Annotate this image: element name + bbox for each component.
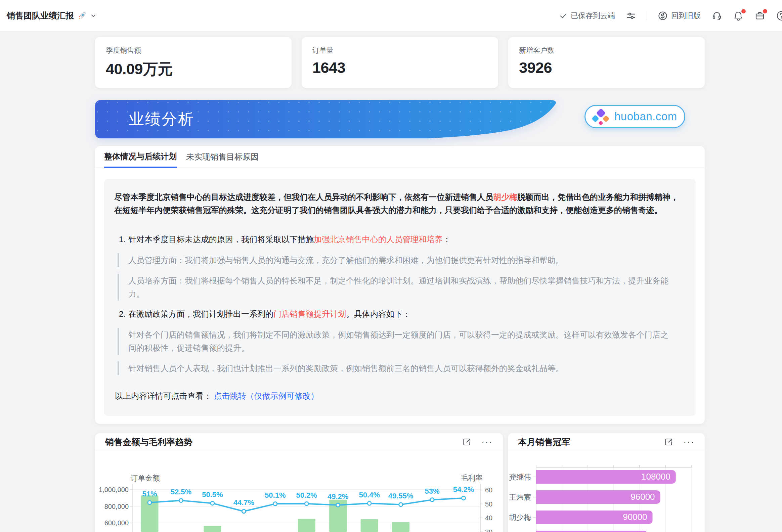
right-axis-tick-label: 60 bbox=[485, 486, 492, 494]
left-axis-tick-label: 800,000 bbox=[104, 503, 129, 510]
topbar-divider bbox=[647, 11, 647, 21]
chevron-down-icon bbox=[90, 12, 97, 19]
topbar: 销售团队业绩汇报 已保存到云端 bbox=[0, 0, 782, 32]
line-marker-9 bbox=[399, 503, 403, 506]
line-marker-6 bbox=[305, 502, 308, 505]
banner-title: 业绩分析 bbox=[129, 100, 194, 138]
report-item-1: 1.针对本季度目标未达成的原因，我们将采取以下措施加强北京销售中心的人员管理和培… bbox=[119, 233, 685, 246]
stat-label: 新增客户数 bbox=[519, 46, 694, 55]
right-axis-tick-label: 40 bbox=[485, 514, 492, 522]
huoban-logo-badge[interactable]: huoban.com bbox=[584, 105, 685, 128]
footer-label: 以上内容详情可点击查看： bbox=[115, 391, 212, 400]
rank-bar-4 bbox=[536, 531, 647, 532]
trend-chart-title: 销售金额与毛利率趋势 bbox=[105, 436, 192, 448]
huoban-logo-text: huoban.com bbox=[614, 110, 677, 123]
right-axis-tick-label: 30 bbox=[485, 528, 492, 532]
stat-label: 订单量 bbox=[312, 46, 488, 55]
stat-label: 季度销售额 bbox=[106, 46, 281, 55]
document-title-dropdown[interactable]: 销售团队业绩汇报 bbox=[7, 0, 97, 31]
more-options-icon[interactable]: ··· bbox=[683, 439, 695, 445]
point-label-10: 53% bbox=[425, 487, 440, 495]
check-icon bbox=[559, 12, 567, 20]
quote-block: 人员培养方面：我们将根据每个销售人员的特长和不足，制定个性化的培训计划。通过培训… bbox=[117, 274, 685, 300]
quote-block: 人员管理方面：我们将加强与销售人员的沟通与交流，充分了解他们的需求和困难，为他们… bbox=[117, 253, 685, 267]
quote-block: 针对各个门店的销售额情况，我们将制定不同的激励政策，例如销售额达到一定额度的门店… bbox=[117, 328, 685, 355]
report-footer: 以上内容详情可点击查看： 点击跳转（仅做示例可修改） bbox=[115, 389, 685, 402]
jump-link[interactable]: 点击跳转（仅做示例可修改） bbox=[214, 391, 319, 400]
tab-overall-plan[interactable]: 整体情况与后续计划 bbox=[104, 146, 177, 168]
point-label-8: 50.4% bbox=[359, 491, 380, 499]
ranking-chart-card: 本月销售冠军 ··· 龚继伟108000王炜宸96000胡少梅90000 bbox=[508, 433, 705, 532]
trend-chart-card: 销售金额与毛利率趋势 ··· 订单金额毛利率1,000,000800,00060… bbox=[95, 433, 503, 532]
point-label-5: 50.1% bbox=[265, 491, 286, 499]
support-headset-icon[interactable] bbox=[711, 10, 722, 21]
export-icon[interactable] bbox=[664, 437, 674, 447]
point-label-3: 50.5% bbox=[202, 490, 223, 499]
point-label-1: 51% bbox=[142, 490, 157, 498]
report-card: 整体情况与后续计划 未实现销售目标原因 尽管本季度北京销售中心的目标达成进度较差… bbox=[95, 146, 705, 424]
point-label-9: 49.55% bbox=[388, 492, 414, 500]
bar-3 bbox=[204, 526, 221, 532]
left-axis-title: 订单金额 bbox=[130, 474, 160, 482]
line-marker-2 bbox=[179, 499, 183, 502]
rocket-emoji-icon bbox=[77, 11, 87, 21]
stat-value: 3926 bbox=[519, 59, 694, 77]
history-restore-icon bbox=[658, 11, 668, 21]
quote-block: 针对销售人员个人表现，我们也计划推出一系列的奖励政策，例如销售额前三名的销售人员… bbox=[117, 361, 685, 375]
line-marker-4 bbox=[242, 509, 246, 513]
report-tabs: 整体情况与后续计划 未实现销售目标原因 bbox=[95, 146, 705, 168]
report-intro-paragraph: 尽管本季度北京销售中心的目标达成进度较差，但我们在人员异动的不利影响下，依然有一… bbox=[114, 190, 685, 217]
highlighted-text: 加强北京销售中心的人员管理和培养 bbox=[314, 235, 443, 244]
notifications-bell-icon[interactable] bbox=[733, 10, 744, 21]
help-question-icon[interactable] bbox=[776, 10, 782, 22]
line-marker-5 bbox=[274, 502, 277, 506]
more-options-icon[interactable]: ··· bbox=[482, 439, 493, 445]
export-icon[interactable] bbox=[462, 437, 472, 447]
highlighted-text: 门店销售额提升计划 bbox=[274, 309, 346, 318]
ranking-chart-title: 本月销售冠军 bbox=[518, 436, 570, 448]
stat-card-quarter-sales: 季度销售额 40.09万元 bbox=[95, 37, 292, 88]
ranking-chart-header: 本月销售冠军 ··· bbox=[508, 433, 705, 451]
stat-cards-row: 季度销售额 40.09万元 订单量 1643 新增客户数 3926 bbox=[95, 37, 705, 88]
trend-chart-header: 销售金额与毛利率趋势 ··· bbox=[95, 433, 503, 451]
line-marker-8 bbox=[367, 501, 371, 505]
stat-card-new-customers: 新增客户数 3926 bbox=[508, 37, 705, 88]
topbar-actions: 已保存到云端 回到旧版 bbox=[559, 0, 782, 31]
line-marker-7 bbox=[336, 503, 340, 507]
notification-badge bbox=[741, 9, 746, 13]
point-label-4: 44.7% bbox=[234, 498, 254, 507]
bar-8 bbox=[361, 519, 378, 532]
tab-unmet-target-reasons[interactable]: 未实现销售目标原因 bbox=[186, 146, 259, 168]
report-item-list: 1.针对本季度目标未达成的原因，我们将采取以下措施加强北京销售中心的人员管理和培… bbox=[114, 233, 685, 375]
workbench-briefcase-icon[interactable] bbox=[754, 10, 765, 21]
huoban-logo-icon bbox=[590, 107, 612, 126]
line-marker-11 bbox=[462, 496, 466, 500]
point-label-7: 49.2% bbox=[327, 492, 348, 501]
report-content: 尽管本季度北京销售中心的目标达成进度较差，但我们在人员异动的不利影响下，依然有一… bbox=[104, 179, 696, 416]
bar-9 bbox=[392, 522, 410, 532]
left-axis-tick-label: 1,000,000 bbox=[99, 486, 129, 493]
back-to-old-version-button[interactable]: 回到旧版 bbox=[658, 11, 701, 21]
item-number: 1. bbox=[119, 235, 126, 244]
rank-value-1: 108000 bbox=[641, 471, 671, 482]
item-number: 2. bbox=[119, 309, 126, 318]
right-axis-title: 毛利率 bbox=[461, 474, 483, 482]
rank-label-3: 胡少梅 bbox=[509, 513, 531, 522]
rank-label-1: 龚继伟 bbox=[509, 473, 531, 481]
saved-status: 已保存到云端 bbox=[559, 11, 615, 21]
workbench-badge bbox=[763, 9, 767, 13]
adjust-settings-icon[interactable] bbox=[626, 11, 636, 21]
rank-label-2: 王炜宸 bbox=[509, 493, 531, 501]
line-marker-10 bbox=[430, 498, 434, 502]
point-label-2: 52.5% bbox=[171, 488, 191, 496]
stat-value: 1643 bbox=[312, 59, 488, 77]
point-label-6: 50.2% bbox=[296, 491, 317, 499]
right-axis-tick-label: 50 bbox=[485, 500, 492, 508]
bar-6 bbox=[298, 519, 315, 532]
highlighted-text: 胡少梅 bbox=[493, 192, 517, 202]
stat-value: 40.09万元 bbox=[106, 59, 281, 79]
point-label-11: 54.2% bbox=[453, 485, 474, 494]
stat-card-orders: 订单量 1643 bbox=[301, 37, 498, 88]
report-item-2: 2.在激励政策方面，我们计划推出一系列的门店销售额提升计划。具体内容如下： bbox=[119, 307, 685, 320]
rank-value-2: 96000 bbox=[631, 492, 655, 502]
